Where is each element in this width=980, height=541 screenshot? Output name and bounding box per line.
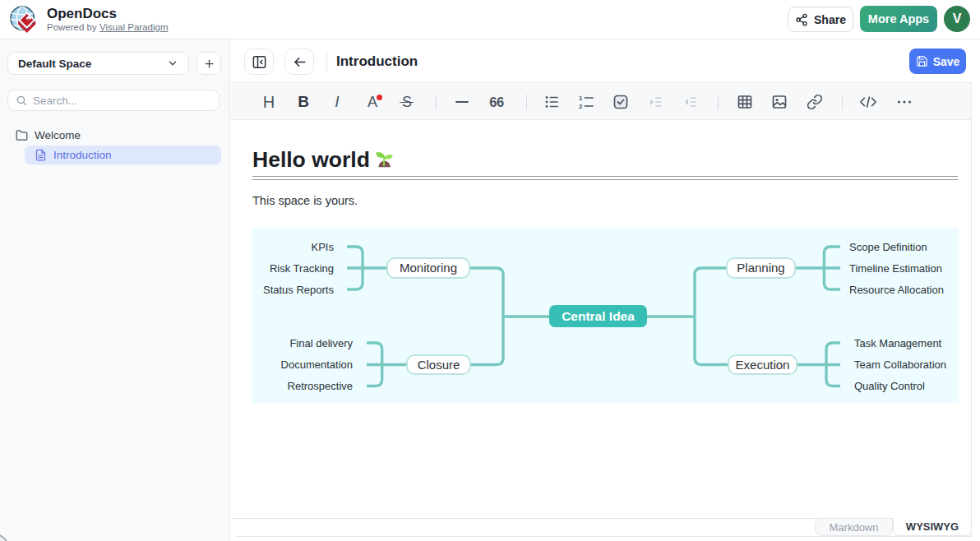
svg-text:Team Collaboration: Team Collaboration <box>854 358 946 371</box>
svg-text:Final delivery: Final delivery <box>289 337 353 349</box>
svg-text:2: 2 <box>579 103 583 110</box>
svg-text:Task Management: Task Management <box>854 337 942 349</box>
svg-text:Monitoring: Monitoring <box>400 261 457 275</box>
svg-text:1: 1 <box>579 95 583 102</box>
svg-text:Timeline Estimation: Timeline Estimation <box>849 262 942 275</box>
svg-text:Closure: Closure <box>418 358 460 372</box>
svg-text:Resource Allocation: Resource Allocation <box>849 284 944 296</box>
svg-text:Scope Definition: Scope Definition <box>849 241 927 253</box>
svg-text:Status Reports: Status Reports <box>263 284 334 296</box>
svg-text:KPIs: KPIs <box>312 241 335 253</box>
svg-text:Central Idea: Central Idea <box>562 309 635 323</box>
svg-text:Retrospective: Retrospective <box>288 380 353 392</box>
svg-text:Risk Tracking: Risk Tracking <box>270 262 334 275</box>
svg-text:Planning: Planning <box>737 261 784 275</box>
svg-text:Quality Control: Quality Control <box>854 380 925 392</box>
svg-text:Documentation: Documentation <box>281 358 353 371</box>
svg-text:Execution: Execution <box>736 358 790 372</box>
